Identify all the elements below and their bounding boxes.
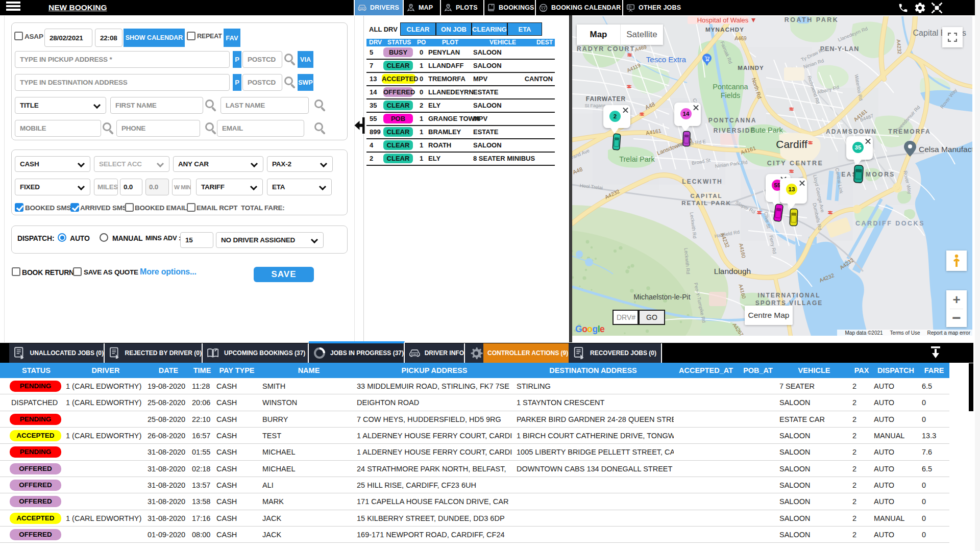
svg-text:INTERNATIONAL: INTERNATIONAL — [757, 292, 820, 299]
svg-text:PONTCANNA: PONTCANNA — [708, 117, 757, 124]
svg-text:ROATH PARK: ROATH PARK — [785, 16, 839, 23]
svg-text:35: 35 — [855, 144, 862, 151]
svg-text:St Fagans: St Fagans — [584, 103, 606, 108]
svg-text:EAST MOORS: EAST MOORS — [841, 171, 895, 178]
svg-text:A469: A469 — [734, 36, 747, 41]
svg-text:Hospital of Wales: Hospital of Wales — [697, 16, 749, 24]
svg-text:CAPITAL: CAPITAL — [691, 193, 723, 199]
svg-text:Trelai Park: Trelai Park — [619, 155, 655, 163]
svg-text:LECKWITH: LECKWITH — [682, 178, 722, 185]
svg-text:Michaelston-le-Pit: Michaelston-le-Pit — [633, 293, 690, 301]
svg-text:PEN-Y-LAN: PEN-Y-LAN — [820, 45, 859, 53]
svg-text:Tesco Extra: Tesco Extra — [646, 55, 687, 64]
svg-text:2: 2 — [614, 113, 617, 119]
svg-text:Cardiff: Cardiff — [776, 138, 807, 150]
svg-text:RIVERSIDE: RIVERSIDE — [714, 127, 756, 134]
svg-text:Celsa Manufact: Celsa Manufact — [919, 145, 972, 154]
svg-text:CARDIFF DOCKS: CARDIFF DOCKS — [855, 220, 925, 227]
svg-text:RETAIL PARK: RETAIL PARK — [681, 200, 731, 206]
svg-text:Fields: Fields — [721, 91, 741, 99]
svg-text:CITY CENTRE: CITY CENTRE — [767, 160, 824, 167]
svg-text:13: 13 — [789, 186, 795, 192]
svg-text:MAINDY: MAINDY — [738, 65, 764, 71]
svg-text:Bute Park: Bute Park — [750, 126, 783, 134]
svg-text:FAIRWATER: FAIRWATER — [586, 95, 626, 103]
svg-text:Capital B: Capital B — [913, 29, 946, 37]
svg-text:55: 55 — [774, 182, 781, 188]
svg-text:ADAMSDOWN: ADAMSDOWN — [826, 128, 877, 135]
svg-text:RADYR COURT: RADYR COURT — [577, 45, 635, 53]
svg-text:14: 14 — [683, 111, 690, 117]
svg-text:Pontcanna: Pontcanna — [713, 83, 748, 91]
svg-text:Llandough: Llandough — [714, 267, 751, 276]
svg-text:MYNACHDY: MYNACHDY — [705, 27, 744, 33]
svg-text:s: s — [962, 29, 966, 37]
